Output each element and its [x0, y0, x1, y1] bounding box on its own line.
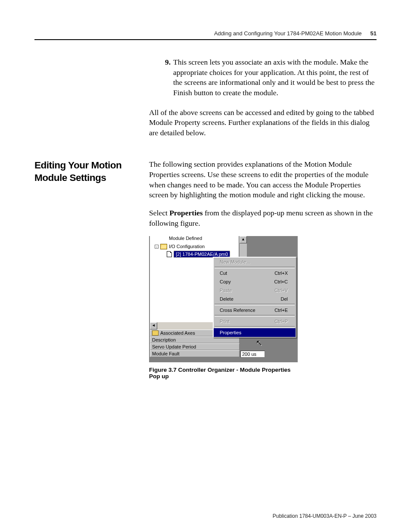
- cursor-icon: ↖: [256, 338, 262, 348]
- step-text: This screen lets you associate an axis w…: [173, 57, 377, 98]
- menu-label: Paste: [220, 287, 232, 293]
- folder-open-icon: [160, 244, 167, 249]
- property-row-servo-update[interactable]: Servo Update Period: [150, 343, 240, 350]
- property-value-servo-update: 200 us: [240, 351, 265, 358]
- section-para-2-pre: Select: [149, 208, 169, 217]
- menu-item-print[interactable]: Print Ctrl+P: [214, 317, 296, 326]
- menu-label: New Module...: [220, 259, 250, 265]
- section-body: The following section provides explanati…: [149, 159, 377, 236]
- menu-item-copy[interactable]: Copy Ctrl+C: [214, 277, 296, 286]
- screenshot: Module Defined - I/O Configuration [2] 1…: [149, 236, 298, 362]
- section-editing-settings: Editing Your Motion Module Settings The …: [34, 159, 377, 236]
- property-label: Associated Axes: [160, 330, 195, 336]
- menu-label: Copy: [220, 279, 231, 285]
- menu-item-delete[interactable]: Delete Del: [214, 295, 296, 303]
- section-heading: Editing Your Motion Module Settings: [34, 159, 141, 236]
- figure-3-7: Module Defined - I/O Configuration [2] 1…: [149, 236, 298, 380]
- menu-shortcut: Ctrl+X: [274, 270, 288, 276]
- menu-separator: [215, 326, 295, 328]
- menu-shortcut: Ctrl+P: [274, 318, 288, 324]
- publication-footer: Publication 1784-UM003A-EN-P – June 2003: [273, 513, 377, 519]
- menu-item-cut[interactable]: Cut Ctrl+X: [214, 269, 296, 277]
- module-icon: [167, 251, 172, 257]
- step-number: 9.: [159, 57, 171, 98]
- menu-separator: [215, 315, 295, 317]
- tree-label-io-config: I/O Configuration: [169, 244, 205, 249]
- page-number: 51: [371, 30, 377, 37]
- figure-caption: Figure 3.7 Controller Organizer - Module…: [149, 367, 298, 380]
- menu-separator: [215, 267, 295, 268]
- menu-separator: [215, 304, 295, 305]
- running-header: Adding and Configuring Your 1784-PM02AE …: [34, 30, 377, 40]
- folder-icon: [152, 330, 159, 336]
- menu-label: Cross Reference: [220, 307, 255, 313]
- tree-clipped-top: Module Defined: [169, 236, 202, 241]
- scroll-left-button[interactable]: ◄: [150, 322, 157, 330]
- paragraph-after-steps: All of the above screens can be accessed…: [149, 108, 377, 138]
- tree-node-io-config[interactable]: - I/O Configuration: [155, 243, 237, 250]
- section-para-2: Select Properties from the displayed pop…: [149, 208, 377, 228]
- menu-label: Delete: [220, 296, 234, 302]
- running-header-title: Adding and Configuring Your 1784-PM02AE …: [214, 30, 362, 37]
- property-label: Description: [152, 337, 176, 342]
- menu-item-paste[interactable]: Paste Ctrl+V: [214, 286, 296, 295]
- section-para-1: The following section provides explanati…: [149, 159, 377, 200]
- menu-item-cross-reference[interactable]: Cross Reference Ctrl+E: [214, 306, 296, 314]
- menu-shortcut: Ctrl+V: [274, 287, 288, 293]
- step-9: 9. This screen lets you associate an axi…: [159, 57, 377, 98]
- menu-item-new-module[interactable]: New Module...: [214, 258, 296, 266]
- section-para-2-bold: Properties: [169, 208, 202, 217]
- menu-shortcut: Ctrl+C: [274, 279, 288, 285]
- scroll-up-button[interactable]: ▲: [240, 236, 247, 243]
- property-label: Servo Update Period: [152, 344, 196, 349]
- menu-label: Print: [220, 318, 230, 324]
- body: 9. This screen lets you associate an axi…: [34, 40, 377, 380]
- menu-label: Cut: [220, 270, 227, 276]
- menu-label: Properties: [220, 330, 241, 336]
- page: Adding and Configuring Your 1784-PM02AE …: [0, 0, 411, 532]
- tree-expander-icon[interactable]: -: [155, 245, 159, 249]
- menu-shortcut: Ctrl+E: [274, 307, 288, 313]
- property-label: Module Fault: [152, 351, 180, 356]
- property-row-module-fault[interactable]: Module Fault: [150, 350, 240, 357]
- menu-shortcut: Del: [280, 296, 288, 302]
- context-menu: New Module... Cut Ctrl+X Copy Ctrl+C Pas…: [213, 257, 296, 338]
- menu-item-properties[interactable]: Properties: [214, 328, 296, 337]
